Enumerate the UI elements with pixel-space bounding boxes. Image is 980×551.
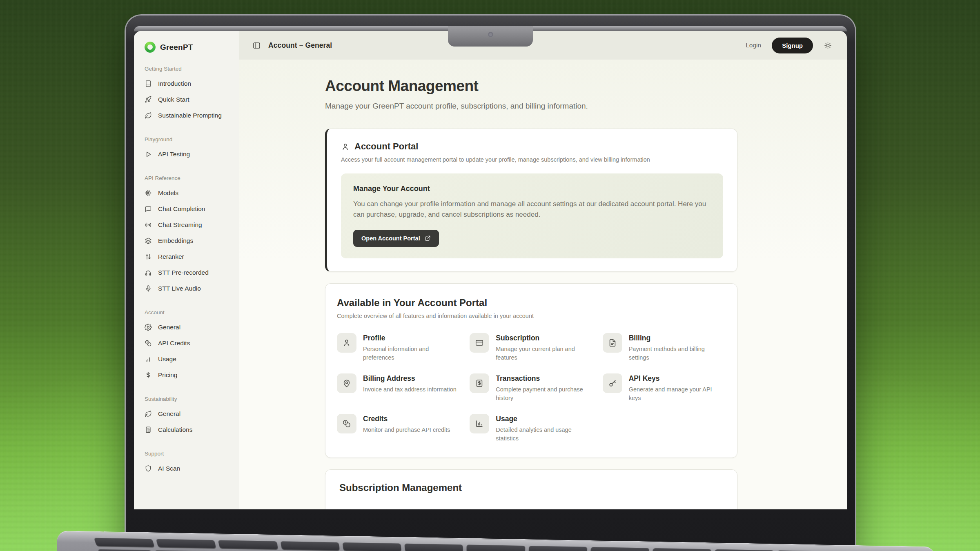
brand-logo[interactable]: GreenPT bbox=[145, 42, 234, 53]
sidebar-item-playground-api-testing[interactable]: API Testing bbox=[145, 146, 234, 162]
sidebar-section-label-api-reference: API Reference bbox=[145, 175, 234, 181]
broadcast-icon bbox=[145, 221, 152, 229]
theme-toggle-sun-icon[interactable] bbox=[824, 41, 832, 50]
signup-button[interactable]: Signup bbox=[772, 38, 813, 53]
main-content: Account Management Manage your GreenPT a… bbox=[239, 60, 847, 509]
coins-icon bbox=[145, 340, 152, 347]
key-icon bbox=[608, 379, 617, 388]
features-card-title: Available in Your Account Portal bbox=[337, 297, 726, 309]
feature-description: Manage your current plan and features bbox=[496, 345, 592, 362]
sidebar-item-getting-started-introduction[interactable]: Introduction bbox=[145, 76, 234, 91]
feature-billing-address: Billing AddressInvoice and tax address i… bbox=[337, 373, 460, 402]
greenpt-app: GreenPT Getting StartedIntroductionQuick… bbox=[134, 31, 847, 509]
sidebar-item-api-reference-reranker[interactable]: Reranker bbox=[145, 249, 234, 264]
map-pin-icon bbox=[342, 379, 351, 388]
panel-title: Manage Your Account bbox=[353, 184, 711, 193]
feature-icon-chip bbox=[603, 373, 622, 393]
book-icon bbox=[145, 80, 152, 87]
sidebar-item-account-usage[interactable]: Usage bbox=[145, 351, 234, 367]
rocket-icon bbox=[145, 96, 152, 103]
sidebar-section-label-support: Support bbox=[145, 451, 234, 457]
dollar-icon bbox=[145, 371, 152, 379]
open-account-portal-button[interactable]: Open Account Portal bbox=[353, 230, 439, 247]
panel-body: You can change your profile information … bbox=[353, 199, 711, 220]
feature-icon-chip bbox=[603, 333, 622, 353]
play-icon bbox=[145, 151, 152, 158]
feature-title: Subscription bbox=[496, 334, 592, 342]
sidebar-item-label: General bbox=[158, 324, 180, 331]
sidebar-item-api-reference-stt-pre-recorded[interactable]: STT Pre-recorded bbox=[145, 264, 234, 280]
sidebar-section-label-sustainability: Sustainability bbox=[145, 396, 234, 402]
sidebar-item-account-general[interactable]: General bbox=[145, 319, 234, 335]
keyboard-key bbox=[218, 540, 278, 549]
portal-features-card: Available in Your Account Portal Complet… bbox=[325, 283, 737, 458]
sidebar-item-label: API Testing bbox=[158, 151, 190, 158]
sidebar-item-label: Introduction bbox=[158, 80, 191, 87]
feature-title: Billing Address bbox=[363, 374, 457, 383]
feature-api-keys: API KeysGenerate and manage your API key… bbox=[603, 373, 726, 402]
feature-icon-chip bbox=[337, 373, 356, 393]
login-link[interactable]: Login bbox=[746, 42, 761, 49]
keyboard-key bbox=[343, 542, 402, 551]
feature-title: Credits bbox=[363, 415, 450, 423]
feature-description: Invoice and tax address information bbox=[363, 385, 457, 394]
sidebar-item-api-reference-embeddings[interactable]: Embeddings bbox=[145, 233, 234, 249]
sidebar-item-api-reference-models[interactable]: Models bbox=[145, 185, 234, 201]
sidebar-item-getting-started-quick-start[interactable]: Quick Start bbox=[145, 91, 234, 107]
sidebar-item-label: Sustainable Prompting bbox=[158, 112, 222, 119]
sidebar-item-api-reference-chat-completion[interactable]: Chat Completion bbox=[145, 201, 234, 217]
feature-profile: ProfilePersonal information and preferen… bbox=[337, 333, 460, 362]
feature-icon-chip bbox=[470, 414, 489, 433]
chart-icon bbox=[475, 419, 484, 428]
screen-content: GreenPT Getting StartedIntroductionQuick… bbox=[134, 31, 847, 509]
receipt-icon bbox=[475, 379, 484, 388]
feature-usage: UsageDetailed analytics and usage statis… bbox=[470, 414, 592, 443]
sidebar-item-label: General bbox=[158, 410, 180, 418]
gear-icon bbox=[145, 324, 152, 331]
feature-transactions: TransactionsComplete payment and purchas… bbox=[470, 373, 592, 402]
feature-icon-chip bbox=[470, 333, 489, 353]
sidebar-section-label-getting-started: Getting Started bbox=[145, 66, 234, 72]
sidebar-item-api-reference-chat-streaming[interactable]: Chat Streaming bbox=[145, 217, 234, 233]
sidebar-item-getting-started-sustainable-prompting[interactable]: Sustainable Prompting bbox=[145, 107, 234, 123]
feature-billing: BillingPayment methods and billing setti… bbox=[603, 333, 726, 362]
page-title: Account Management bbox=[325, 78, 737, 95]
feature-description: Complete payment and purchase history bbox=[496, 385, 592, 402]
sidebar-item-support-ai-scan[interactable]: AI Scan bbox=[145, 460, 234, 476]
keyboard-key bbox=[467, 544, 525, 551]
file-text-icon bbox=[608, 338, 617, 347]
sidebar-item-sustainability-calculations[interactable]: Calculations bbox=[145, 422, 234, 438]
keyboard-key bbox=[652, 548, 711, 551]
shield-icon bbox=[145, 465, 152, 472]
arrows-sort-icon bbox=[145, 253, 152, 260]
message-icon bbox=[145, 205, 152, 213]
laptop-screen-frame: GreenPT Getting StartedIntroductionQuick… bbox=[126, 16, 855, 551]
features-card-subtitle: Complete overview of all features and in… bbox=[337, 313, 726, 319]
account-portal-card: Account Portal Access your full account … bbox=[325, 129, 737, 272]
keyboard-key bbox=[280, 541, 340, 550]
feature-title: Billing bbox=[629, 334, 726, 342]
feature-icon-chip bbox=[337, 333, 356, 353]
sidebar-item-label: API Credits bbox=[158, 340, 190, 347]
leaf-icon bbox=[145, 112, 152, 119]
feature-subscription: SubscriptionManage your current plan and… bbox=[470, 333, 592, 362]
portal-card-description: Access your full account management port… bbox=[341, 156, 723, 163]
layers-icon bbox=[145, 237, 152, 244]
credit-card-icon bbox=[475, 338, 484, 347]
webcam-icon bbox=[488, 32, 493, 37]
calculator-icon bbox=[145, 426, 152, 433]
sidebar-nav: Getting StartedIntroductionQuick StartSu… bbox=[145, 66, 234, 476]
keyboard-key bbox=[590, 547, 649, 551]
keyboard-key bbox=[405, 544, 463, 551]
sidebar-item-label: Calculations bbox=[158, 426, 192, 433]
feature-description: Detailed analytics and usage statistics bbox=[496, 426, 592, 443]
feature-description: Generate and manage your API keys bbox=[629, 385, 726, 402]
features-grid: ProfilePersonal information and preferen… bbox=[337, 333, 726, 443]
sidebar-item-sustainability-general[interactable]: General bbox=[145, 406, 234, 422]
feature-title: Profile bbox=[363, 334, 460, 342]
sidebar-toggle-icon[interactable] bbox=[252, 41, 261, 50]
sidebar-item-account-api-credits[interactable]: API Credits bbox=[145, 335, 234, 351]
keyboard-key bbox=[528, 546, 587, 551]
sidebar-item-account-pricing[interactable]: Pricing bbox=[145, 367, 234, 383]
sidebar-item-api-reference-stt-live-audio[interactable]: STT Live Audio bbox=[145, 280, 234, 296]
